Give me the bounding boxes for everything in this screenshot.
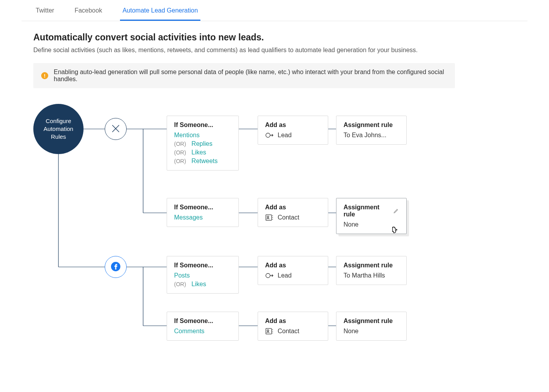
edit-icon[interactable] (393, 208, 399, 214)
or-label: (OR) (174, 141, 186, 147)
facebook-icon (111, 261, 121, 273)
add-as-value: Lead (278, 132, 292, 139)
twitter-source-node[interactable] (105, 118, 127, 140)
add-as-value: Contact (278, 214, 299, 221)
contact-icon (265, 328, 274, 335)
configure-automation-rules-label: Configure Automation Rules (37, 117, 80, 141)
svg-point-28 (267, 330, 269, 331)
lead-icon (265, 272, 274, 279)
or-label: (OR) (174, 158, 186, 164)
trigger-action: Messages (174, 214, 231, 221)
if-someone-label: If Someone... (174, 262, 231, 269)
add-as-card[interactable]: Add as Lead (258, 256, 328, 285)
assignment-rule-card[interactable]: Assignment rule None (336, 312, 407, 341)
trigger-action: Likes (191, 149, 206, 156)
trigger-action: Retweets (191, 158, 218, 165)
add-as-label: Add as (265, 318, 321, 325)
add-as-card[interactable]: Add as Lead (258, 116, 328, 145)
svg-point-26 (266, 274, 270, 278)
tab-automate-lead-generation[interactable]: Automate Lead Generation (120, 0, 200, 21)
if-someone-card[interactable]: If Someone... Mentions (OR)Replies (OR)L… (167, 116, 239, 171)
facebook-source-node[interactable] (105, 256, 127, 278)
trigger-action: Posts (174, 272, 231, 279)
or-label: (OR) (174, 281, 186, 287)
add-as-label: Add as (265, 122, 321, 129)
add-as-card[interactable]: Add as Contact (258, 198, 328, 227)
assignment-value: To Eva Johns... (344, 132, 399, 139)
if-someone-card[interactable]: If Someone... Comments (167, 312, 239, 341)
page-title: Automatically convert social activities … (33, 32, 516, 43)
add-as-value: Contact (278, 328, 299, 335)
assignment-rule-label: Assignment rule (344, 204, 390, 218)
tab-facebook[interactable]: Facebook (72, 0, 104, 21)
add-as-value: Lead (278, 272, 292, 279)
assignment-value: None (344, 328, 399, 335)
trigger-action: Replies (191, 140, 212, 147)
x-icon (111, 123, 121, 135)
assignment-rule-card[interactable]: Assignment rule To Martha Hills (336, 256, 407, 285)
if-someone-card[interactable]: If Someone... Messages (167, 198, 239, 227)
if-someone-label: If Someone... (174, 122, 231, 129)
trigger-action: Likes (191, 281, 206, 288)
assignment-rule-card[interactable]: Assignment rule To Eva Johns... (336, 116, 407, 145)
warning-text: Enabling auto-lead generation will pull … (54, 69, 447, 83)
lead-icon (265, 132, 274, 139)
assignment-rule-label: Assignment rule (344, 122, 399, 129)
warning-icon: ! (41, 72, 48, 79)
assignment-value: None (344, 221, 399, 228)
assignment-value: To Martha Hills (344, 272, 399, 279)
assignment-rule-card[interactable]: Assignment rule None (336, 198, 407, 234)
tabs-bar: Twitter Facebook Automate Lead Generatio… (22, 0, 527, 21)
contact-icon (265, 214, 274, 221)
svg-point-20 (266, 133, 270, 138)
add-as-label: Add as (265, 204, 321, 211)
assignment-rule-label: Assignment rule (344, 262, 399, 269)
tab-twitter[interactable]: Twitter (33, 0, 56, 21)
warning-banner: ! Enabling auto-lead generation will pul… (33, 63, 455, 88)
trigger-action: Mentions (174, 132, 231, 139)
add-as-label: Add as (265, 262, 321, 269)
or-label: (OR) (174, 149, 186, 156)
if-someone-card[interactable]: If Someone... Posts (OR)Likes (167, 256, 239, 294)
if-someone-label: If Someone... (174, 318, 231, 325)
configure-automation-rules-node[interactable]: Configure Automation Rules (33, 104, 84, 154)
automation-flow: Configure Automation Rules If Someone...… (33, 104, 516, 355)
svg-point-22 (267, 216, 269, 218)
assignment-rule-label: Assignment rule (344, 318, 399, 325)
page-subtitle: Define social activities (such as likes,… (33, 47, 516, 54)
add-as-card[interactable]: Add as Contact (258, 312, 328, 341)
if-someone-label: If Someone... (174, 204, 231, 211)
trigger-action: Comments (174, 328, 231, 335)
